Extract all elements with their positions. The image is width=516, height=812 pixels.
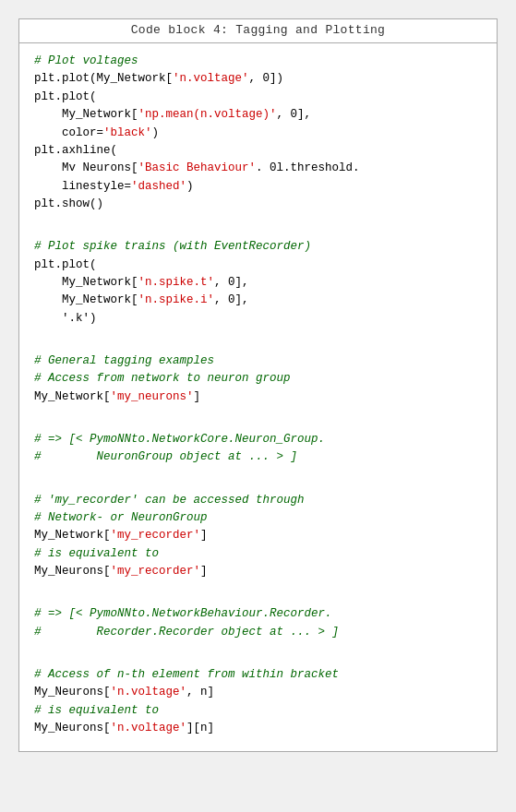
comment-result1a: # => [< PymoNNto.NetworkCore.Neuron_Grou…	[34, 433, 325, 446]
my-neurons-my-recorder: My_Neurons['my_recorder']	[34, 565, 208, 578]
comment-nth-element: # Access of n-th element from within bra…	[34, 668, 339, 681]
comment-result1b: # NeuronGroup object at ... > ]	[34, 450, 297, 463]
my-network-my-recorder: My_Network['my_recorder']	[34, 529, 208, 542]
code-block-title: Code block 4: Tagging and Plotting	[19, 19, 497, 43]
comment-access-network: # Access from network to neuron group	[34, 372, 291, 385]
my-neurons-voltage-n: My_Neurons['n.voltage', n]	[34, 686, 214, 699]
plt-axhline: plt.axhline(	[34, 144, 117, 157]
comment-equiv2: # is equivalent to	[34, 704, 159, 717]
plt-plot-spikes-fmt: '.k')	[34, 312, 97, 325]
plt-plot-voltage: plt.plot(My_Network['n.voltage', 0])	[34, 72, 283, 85]
plt-plot-mean-arg1: My_Network['np.mean(n.voltage)', 0],	[34, 108, 311, 121]
comment-recorder-or: # Network- or NeuronGroup	[34, 511, 208, 524]
comment-spike-trains: # Plot spike trains (with EventRecorder)	[34, 240, 311, 253]
plt-plot-spikes-i: My_Network['n.spike.i', 0],	[34, 293, 249, 306]
plt-plot-mean-arg2: color='black')	[34, 126, 159, 139]
plt-axhline-ls: linestyle='dashed')	[34, 180, 194, 193]
comment-equiv1: # is equivalent to	[34, 547, 159, 560]
code-body: # Plot voltages plt.plot(My_Network['n.v…	[19, 43, 497, 751]
plt-show: plt.show()	[34, 197, 103, 210]
my-network-my-neurons: My_Network['my_neurons']	[34, 390, 200, 403]
plt-plot-spikes-open: plt.plot(	[34, 258, 97, 271]
plt-plot-mean-open: plt.plot(	[34, 90, 97, 103]
comment-recorder-through: # 'my_recorder' can be accessed through	[34, 494, 305, 507]
plt-axhline-arg: Mv Neurons['Basic Behaviour'. 0l.thresho…	[34, 161, 360, 174]
comment-result2b: # Recorder.Recorder object at ... > ]	[34, 626, 339, 639]
comment-plot-voltages: # Plot voltages	[34, 54, 138, 67]
comment-result2a: # => [< PymoNNto.NetworkBehaviour.Record…	[34, 607, 332, 620]
my-neurons-voltage-index: My_Neurons['n.voltage'][n]	[34, 722, 214, 734]
comment-general-tagging: # General tagging examples	[34, 354, 214, 367]
code-block-container: Code block 4: Tagging and Plotting # Plo…	[18, 18, 498, 752]
plt-plot-spikes-t: My_Network['n.spike.t', 0],	[34, 276, 249, 289]
